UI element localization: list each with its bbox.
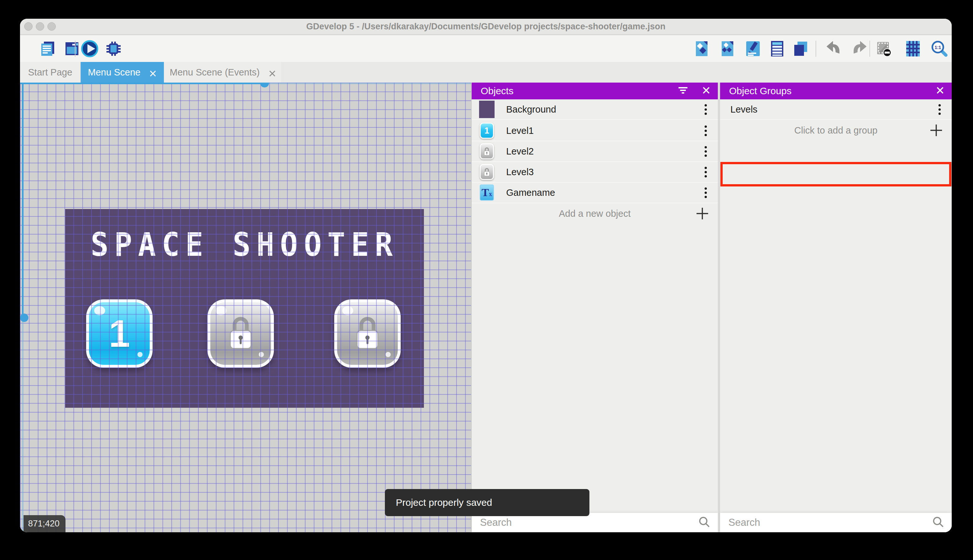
tab-menu-scene[interactable]: Menu Scene: [81, 62, 164, 83]
app-window: GDevelop 5 - /Users/dkarakay/Documents/G…: [20, 19, 952, 532]
window-title: GDevelop 5 - /Users/dkarakay/Documents/G…: [20, 19, 952, 34]
save-toast: Project properly saved: [385, 489, 590, 516]
add-object-label: Add a new object: [559, 208, 630, 219]
objects-panel-header: Objects: [472, 83, 718, 99]
background-instance[interactable]: SPACE SHOOTER 1: [65, 209, 424, 408]
editor-tab-bar: Start Page Menu Scene Menu Scene (Events…: [20, 62, 952, 83]
object-row-level3[interactable]: Level3: [472, 162, 718, 183]
add-group-label: Click to add a group: [794, 125, 878, 136]
plus-icon[interactable]: [695, 207, 710, 223]
group-name: Levels: [730, 104, 758, 115]
layers-editor-icon[interactable]: [792, 40, 810, 58]
instances-list-icon[interactable]: [768, 40, 786, 58]
object-row-level1[interactable]: 1 Level1: [472, 121, 718, 141]
main-toolbar: 1:1: [20, 35, 952, 62]
objects-editor-icon[interactable]: [693, 40, 711, 58]
horizontal-scrollbar-fill: [20, 83, 262, 84]
level3-locked-sprite: [334, 299, 401, 368]
toolbar-separator: [870, 41, 870, 57]
level1-button-sprite: 1: [86, 299, 153, 368]
objects-search-input[interactable]: [480, 517, 698, 528]
close-tab-icon[interactable]: [269, 69, 276, 76]
object-row-gamename[interactable]: Tx Gamename: [472, 183, 718, 203]
vertical-scrollbar-thumb[interactable]: [20, 313, 28, 322]
tab-menu-scene-events[interactable]: Menu Scene (Events): [164, 62, 282, 83]
level2-locked-sprite: [207, 299, 274, 368]
objects-panel-title: Objects: [481, 85, 513, 97]
close-panel-icon[interactable]: [702, 85, 710, 97]
object-row-level2[interactable]: Level2: [472, 141, 718, 162]
undo-icon[interactable]: [824, 40, 842, 58]
groups-search-bar: [720, 513, 952, 532]
lock-icon: [227, 315, 255, 352]
highlight-rectangle: [720, 162, 951, 187]
lock-thumbnail: [479, 143, 495, 160]
vertical-scrollbar-fill: [22, 83, 23, 318]
scene-editor-canvas[interactable]: SPACE SHOOTER 1: [20, 83, 471, 532]
add-object-row[interactable]: Add a new object: [472, 203, 718, 224]
level1-thumbnail: 1: [479, 122, 495, 139]
object-menu-icon[interactable]: [703, 185, 709, 200]
search-icon: [932, 515, 945, 530]
object-name: Level3: [506, 167, 533, 177]
properties-icon[interactable]: [744, 40, 762, 58]
screenshot-root: { "window": { "title": "GDevelop 5 - /Us…: [0, 0, 973, 560]
launch-debugger-icon[interactable]: [105, 40, 123, 58]
object-menu-icon[interactable]: [703, 102, 709, 117]
group-menu-icon[interactable]: [936, 102, 943, 117]
tab-label: Menu Scene (Events): [170, 67, 260, 78]
lock-thumbnail: [479, 163, 495, 181]
object-groups-panel: Object Groups Levels Click to add a grou…: [720, 83, 952, 532]
close-tab-icon[interactable]: [149, 69, 157, 76]
object-name: Level1: [506, 125, 533, 136]
search-icon: [698, 515, 711, 530]
object-name: Gamename: [506, 187, 555, 198]
horizontal-scrollbar-thumb[interactable]: [260, 83, 269, 87]
object-name: Background: [506, 104, 556, 115]
zoom-1-1-icon[interactable]: 1:1: [930, 40, 948, 58]
add-group-row[interactable]: Click to add a group: [720, 120, 952, 141]
panels-divider: [718, 83, 720, 532]
level-buttons-row: 1: [65, 299, 424, 369]
redo-icon[interactable]: [851, 40, 869, 58]
launch-preview-icon[interactable]: [81, 40, 99, 58]
lock-icon: [353, 315, 382, 352]
object-menu-icon[interactable]: [703, 165, 709, 179]
object-row-background[interactable]: Background: [472, 99, 718, 120]
title-bar: GDevelop 5 - /Users/dkarakay/Documents/G…: [20, 19, 952, 35]
cursor-coordinates-badge: 871;420: [23, 515, 65, 532]
groups-search-input[interactable]: [728, 517, 932, 528]
object-groups-editor-icon[interactable]: [718, 40, 736, 58]
object-menu-icon[interactable]: [703, 123, 709, 138]
background-thumbnail: [479, 101, 495, 118]
edit-mask-icon[interactable]: [874, 40, 892, 58]
scene-title-text: SPACE SHOOTER: [65, 227, 424, 263]
group-row-levels[interactable]: Levels: [720, 99, 952, 120]
toolbar-separator: [75, 41, 75, 57]
filter-icon[interactable]: [678, 85, 688, 97]
project-manager-icon[interactable]: [39, 40, 57, 58]
plus-icon[interactable]: [929, 123, 943, 140]
toolbar-separator: [816, 41, 816, 57]
svg-text:1:1: 1:1: [935, 45, 941, 50]
objects-panel: Objects Background 1 Level1 Level2: [472, 83, 718, 532]
toggle-grid-icon[interactable]: [904, 40, 922, 58]
close-panel-icon[interactable]: [936, 85, 944, 97]
level1-number: 1: [109, 312, 130, 355]
object-menu-icon[interactable]: [703, 144, 709, 159]
groups-panel-header: Object Groups: [720, 83, 952, 99]
tab-label: Start Page: [28, 67, 72, 78]
tab-label: Menu Scene: [88, 67, 141, 78]
tab-start-page[interactable]: Start Page: [20, 62, 81, 83]
object-name: Level2: [506, 146, 533, 157]
start-page-window-icon[interactable]: [63, 40, 81, 58]
groups-panel-title: Object Groups: [729, 85, 791, 97]
text-object-thumbnail: Tx: [479, 184, 495, 201]
